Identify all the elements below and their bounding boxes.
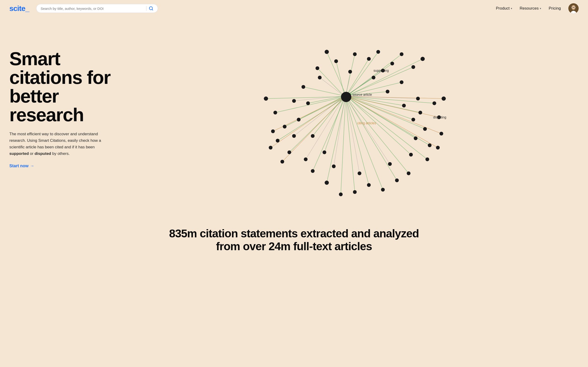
svg-point-108 bbox=[425, 158, 429, 161]
supporting-label: supporting bbox=[373, 69, 389, 72]
svg-point-96 bbox=[353, 190, 357, 194]
svg-point-111 bbox=[414, 136, 417, 140]
svg-point-105 bbox=[416, 97, 420, 100]
svg-point-72 bbox=[400, 52, 404, 56]
hero-title: Smart citations for better research bbox=[9, 50, 112, 124]
svg-point-93 bbox=[325, 181, 329, 185]
svg-point-110 bbox=[411, 118, 415, 121]
svg-point-104 bbox=[418, 111, 422, 115]
nav-links: Product ▾ Resources ▾ Pricing bbox=[496, 3, 579, 14]
search-divider bbox=[146, 6, 147, 11]
svg-point-107 bbox=[428, 143, 432, 147]
svg-point-88 bbox=[311, 134, 315, 138]
svg-line-27 bbox=[346, 100, 369, 185]
hero-desc-text3: by others. bbox=[51, 151, 70, 156]
stats-line1: 835m citation statements extracted and a… bbox=[169, 227, 419, 240]
hero-desc-bold2: disputed bbox=[35, 151, 51, 156]
logo[interactable]: scite_ bbox=[9, 4, 29, 13]
svg-point-90 bbox=[304, 158, 308, 161]
svg-point-83 bbox=[302, 85, 305, 89]
svg-line-30 bbox=[348, 99, 409, 173]
user-avatar[interactable] bbox=[568, 3, 579, 14]
svg-line-40 bbox=[324, 98, 344, 152]
disputing-label: disputing bbox=[433, 115, 446, 119]
svg-point-77 bbox=[283, 125, 286, 128]
svg-point-98 bbox=[367, 183, 371, 187]
svg-point-99 bbox=[381, 188, 385, 192]
svg-point-84 bbox=[306, 101, 310, 105]
nav-pricing[interactable]: Pricing bbox=[549, 6, 561, 11]
source-article-label: source article bbox=[353, 93, 372, 96]
svg-point-92 bbox=[322, 150, 326, 154]
search-bar bbox=[36, 4, 158, 13]
svg-point-68 bbox=[353, 52, 357, 56]
svg-line-45 bbox=[348, 96, 413, 120]
svg-point-112 bbox=[402, 104, 406, 108]
nav-resources-label: Resources bbox=[520, 6, 539, 11]
svg-point-101 bbox=[395, 178, 399, 182]
arrow-icon: → bbox=[30, 164, 34, 168]
svg-point-116 bbox=[348, 70, 352, 74]
search-button[interactable] bbox=[149, 6, 153, 11]
stats-title: 835m citation statements extracted and a… bbox=[9, 227, 579, 253]
svg-line-54 bbox=[282, 98, 343, 162]
svg-point-97 bbox=[358, 171, 361, 175]
search-input[interactable] bbox=[41, 7, 144, 10]
svg-point-86 bbox=[292, 99, 296, 103]
hero-desc-text2: or bbox=[29, 151, 35, 156]
svg-point-85 bbox=[297, 118, 301, 121]
svg-point-102 bbox=[407, 171, 410, 175]
svg-line-10 bbox=[336, 61, 344, 94]
svg-point-103 bbox=[409, 153, 413, 157]
svg-point-95 bbox=[339, 192, 343, 196]
svg-point-74 bbox=[421, 57, 425, 61]
avatar-icon bbox=[568, 3, 579, 14]
svg-point-79 bbox=[287, 150, 291, 154]
svg-point-121 bbox=[441, 96, 446, 101]
svg-line-61 bbox=[334, 99, 345, 166]
svg-point-100 bbox=[388, 162, 392, 166]
svg-line-56 bbox=[346, 72, 350, 95]
svg-point-78 bbox=[276, 139, 279, 142]
svg-line-1 bbox=[152, 9, 153, 10]
svg-point-76 bbox=[273, 111, 277, 115]
start-now-link[interactable]: Start now → bbox=[9, 164, 34, 168]
hero-content: Smart citations for better research The … bbox=[9, 31, 112, 168]
graph-svg: source article supporting citing article… bbox=[108, 31, 579, 213]
nav-pricing-label: Pricing bbox=[549, 6, 561, 11]
svg-point-114 bbox=[386, 90, 389, 93]
svg-point-69 bbox=[367, 57, 371, 61]
svg-point-119 bbox=[440, 132, 443, 135]
svg-point-87 bbox=[292, 134, 296, 138]
svg-point-73 bbox=[411, 65, 415, 69]
svg-line-9 bbox=[317, 68, 343, 95]
svg-line-26 bbox=[346, 100, 355, 192]
svg-line-60 bbox=[306, 98, 343, 159]
navbar: scite_ Product ▾ Resources ▾ Pricing bbox=[0, 0, 588, 17]
svg-point-113 bbox=[400, 80, 404, 84]
svg-point-66 bbox=[316, 66, 319, 70]
svg-point-91 bbox=[311, 169, 315, 173]
svg-point-115 bbox=[372, 76, 375, 79]
citing-articles-label: citing articles bbox=[357, 121, 376, 125]
svg-line-24 bbox=[327, 100, 345, 183]
search-icon bbox=[149, 6, 153, 11]
svg-line-28 bbox=[347, 99, 383, 190]
svg-point-75 bbox=[264, 96, 268, 101]
svg-point-122 bbox=[341, 92, 351, 102]
svg-line-25 bbox=[341, 100, 346, 194]
hero-desc-text1: The most efficient way to discover and u… bbox=[9, 132, 101, 149]
svg-point-67 bbox=[334, 59, 338, 63]
nav-resources[interactable]: Resources ▾ bbox=[520, 6, 541, 11]
svg-line-62 bbox=[346, 99, 360, 173]
nav-product-label: Product bbox=[496, 6, 510, 11]
svg-point-82 bbox=[280, 160, 284, 164]
nav-product[interactable]: Product ▾ bbox=[496, 6, 512, 11]
svg-point-120 bbox=[436, 146, 440, 150]
svg-point-106 bbox=[423, 127, 427, 131]
svg-line-58 bbox=[294, 96, 343, 101]
product-chevron-icon: ▾ bbox=[511, 7, 512, 10]
hero-description: The most efficient way to discover and u… bbox=[9, 131, 105, 157]
svg-point-71 bbox=[390, 62, 394, 65]
svg-line-17 bbox=[349, 59, 423, 95]
